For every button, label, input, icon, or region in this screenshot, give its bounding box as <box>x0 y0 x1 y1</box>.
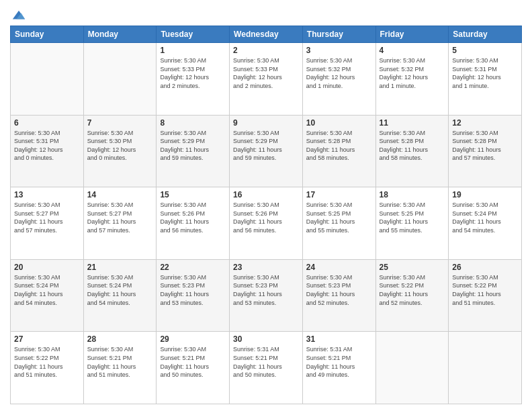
cell-text: Sunrise: 5:30 AM Sunset: 5:26 PM Dayligh… <box>233 201 299 234</box>
calendar-cell: 26Sunrise: 5:30 AM Sunset: 5:22 PM Dayli… <box>449 259 522 332</box>
calendar-cell: 12Sunrise: 5:30 AM Sunset: 5:28 PM Dayli… <box>449 115 522 187</box>
calendar-cell: 21Sunrise: 5:30 AM Sunset: 5:24 PM Dayli… <box>83 259 157 332</box>
calendar-cell: 23Sunrise: 5:30 AM Sunset: 5:23 PM Dayli… <box>230 259 303 332</box>
calendar-cell: 9Sunrise: 5:30 AM Sunset: 5:29 PM Daylig… <box>230 115 303 187</box>
calendar-cell: 28Sunrise: 5:30 AM Sunset: 5:21 PM Dayli… <box>83 332 157 404</box>
weekday-header: Tuesday <box>157 26 230 43</box>
day-number: 20 <box>14 263 80 272</box>
day-number: 16 <box>233 190 299 199</box>
day-number: 23 <box>233 263 299 272</box>
calendar-cell: 8Sunrise: 5:30 AM Sunset: 5:29 PM Daylig… <box>157 115 230 187</box>
cell-text: Sunrise: 5:30 AM Sunset: 5:28 PM Dayligh… <box>452 129 518 163</box>
weekday-header: Wednesday <box>230 26 303 43</box>
page: SundayMondayTuesdayWednesdayThursdayFrid… <box>0 0 532 411</box>
cell-text: Sunrise: 5:30 AM Sunset: 5:31 PM Dayligh… <box>14 129 80 163</box>
cell-text: Sunrise: 5:30 AM Sunset: 5:23 PM Dayligh… <box>306 273 372 307</box>
weekday-header: Saturday <box>449 26 522 43</box>
calendar-cell <box>11 43 84 116</box>
calendar-cell: 7Sunrise: 5:30 AM Sunset: 5:30 PM Daylig… <box>83 115 157 187</box>
cell-text: Sunrise: 5:31 AM Sunset: 5:21 PM Dayligh… <box>306 345 372 379</box>
cell-text: Sunrise: 5:30 AM Sunset: 5:28 PM Dayligh… <box>380 129 445 163</box>
cell-text: Sunrise: 5:30 AM Sunset: 5:33 PM Dayligh… <box>160 56 226 90</box>
cell-text: Sunrise: 5:30 AM Sunset: 5:21 PM Dayligh… <box>87 345 153 379</box>
calendar-week-row: 6Sunrise: 5:30 AM Sunset: 5:31 PM Daylig… <box>11 115 522 187</box>
day-number: 22 <box>160 263 226 272</box>
calendar-cell: 16Sunrise: 5:30 AM Sunset: 5:26 PM Dayli… <box>230 187 303 260</box>
calendar-cell: 15Sunrise: 5:30 AM Sunset: 5:26 PM Dayli… <box>157 187 230 260</box>
logo <box>10 9 26 20</box>
calendar-week-row: 13Sunrise: 5:30 AM Sunset: 5:27 PM Dayli… <box>11 187 522 260</box>
weekday-header: Thursday <box>302 26 375 43</box>
day-number: 13 <box>14 190 80 199</box>
cell-text: Sunrise: 5:30 AM Sunset: 5:24 PM Dayligh… <box>87 273 153 307</box>
cell-text: Sunrise: 5:30 AM Sunset: 5:28 PM Dayligh… <box>306 129 372 163</box>
day-number: 6 <box>14 118 80 128</box>
calendar-cell <box>375 332 449 404</box>
calendar-week-row: 1Sunrise: 5:30 AM Sunset: 5:33 PM Daylig… <box>11 43 522 116</box>
day-number: 15 <box>160 190 226 199</box>
calendar-cell: 30Sunrise: 5:31 AM Sunset: 5:21 PM Dayli… <box>230 332 303 404</box>
day-number: 2 <box>233 46 299 55</box>
calendar-cell: 31Sunrise: 5:31 AM Sunset: 5:21 PM Dayli… <box>302 332 375 404</box>
day-number: 11 <box>380 118 445 128</box>
calendar-cell: 20Sunrise: 5:30 AM Sunset: 5:24 PM Dayli… <box>11 259 84 332</box>
cell-text: Sunrise: 5:30 AM Sunset: 5:30 PM Dayligh… <box>87 129 153 163</box>
cell-text: Sunrise: 5:30 AM Sunset: 5:25 PM Dayligh… <box>306 201 372 234</box>
cell-text: Sunrise: 5:30 AM Sunset: 5:32 PM Dayligh… <box>380 56 445 90</box>
calendar-cell: 24Sunrise: 5:30 AM Sunset: 5:23 PM Dayli… <box>302 259 375 332</box>
calendar-cell: 14Sunrise: 5:30 AM Sunset: 5:27 PM Dayli… <box>83 187 157 260</box>
day-number: 29 <box>160 334 226 344</box>
calendar-header-row: SundayMondayTuesdayWednesdayThursdayFrid… <box>11 26 522 43</box>
cell-text: Sunrise: 5:30 AM Sunset: 5:22 PM Dayligh… <box>14 345 80 379</box>
header <box>10 7 522 20</box>
day-number: 8 <box>160 118 226 128</box>
day-number: 3 <box>306 46 372 55</box>
calendar-cell: 4Sunrise: 5:30 AM Sunset: 5:32 PM Daylig… <box>375 43 449 116</box>
day-number: 26 <box>452 263 518 272</box>
cell-text: Sunrise: 5:30 AM Sunset: 5:27 PM Dayligh… <box>14 201 80 234</box>
calendar-cell: 2Sunrise: 5:30 AM Sunset: 5:33 PM Daylig… <box>230 43 303 116</box>
calendar-week-row: 27Sunrise: 5:30 AM Sunset: 5:22 PM Dayli… <box>11 332 522 404</box>
day-number: 28 <box>87 334 153 344</box>
calendar-cell: 27Sunrise: 5:30 AM Sunset: 5:22 PM Dayli… <box>11 332 84 404</box>
weekday-header: Monday <box>83 26 157 43</box>
cell-text: Sunrise: 5:30 AM Sunset: 5:25 PM Dayligh… <box>380 201 445 234</box>
cell-text: Sunrise: 5:31 AM Sunset: 5:21 PM Dayligh… <box>233 345 299 379</box>
calendar: SundayMondayTuesdayWednesdayThursdayFrid… <box>10 26 522 404</box>
cell-text: Sunrise: 5:30 AM Sunset: 5:29 PM Dayligh… <box>233 129 299 163</box>
calendar-cell: 10Sunrise: 5:30 AM Sunset: 5:28 PM Dayli… <box>302 115 375 187</box>
logo-icon <box>11 8 26 23</box>
day-number: 9 <box>233 118 299 128</box>
weekday-header: Friday <box>375 26 449 43</box>
cell-text: Sunrise: 5:30 AM Sunset: 5:24 PM Dayligh… <box>452 201 518 234</box>
cell-text: Sunrise: 5:30 AM Sunset: 5:29 PM Dayligh… <box>160 129 226 163</box>
calendar-cell: 18Sunrise: 5:30 AM Sunset: 5:25 PM Dayli… <box>375 187 449 260</box>
calendar-cell: 1Sunrise: 5:30 AM Sunset: 5:33 PM Daylig… <box>157 43 230 116</box>
calendar-cell: 19Sunrise: 5:30 AM Sunset: 5:24 PM Dayli… <box>449 187 522 260</box>
day-number: 4 <box>380 46 445 55</box>
cell-text: Sunrise: 5:30 AM Sunset: 5:26 PM Dayligh… <box>160 201 226 234</box>
calendar-cell: 25Sunrise: 5:30 AM Sunset: 5:22 PM Dayli… <box>375 259 449 332</box>
day-number: 10 <box>306 118 372 128</box>
cell-text: Sunrise: 5:30 AM Sunset: 5:33 PM Dayligh… <box>233 56 299 90</box>
calendar-cell: 29Sunrise: 5:30 AM Sunset: 5:21 PM Dayli… <box>157 332 230 404</box>
day-number: 24 <box>306 263 372 272</box>
day-number: 27 <box>14 334 80 344</box>
cell-text: Sunrise: 5:30 AM Sunset: 5:32 PM Dayligh… <box>306 56 372 90</box>
calendar-cell: 6Sunrise: 5:30 AM Sunset: 5:31 PM Daylig… <box>11 115 84 187</box>
day-number: 17 <box>306 190 372 199</box>
cell-text: Sunrise: 5:30 AM Sunset: 5:31 PM Dayligh… <box>452 56 518 90</box>
calendar-cell: 17Sunrise: 5:30 AM Sunset: 5:25 PM Dayli… <box>302 187 375 260</box>
day-number: 5 <box>452 46 518 55</box>
calendar-week-row: 20Sunrise: 5:30 AM Sunset: 5:24 PM Dayli… <box>11 259 522 332</box>
day-number: 21 <box>87 263 153 272</box>
cell-text: Sunrise: 5:30 AM Sunset: 5:24 PM Dayligh… <box>14 273 80 307</box>
day-number: 18 <box>380 190 445 199</box>
calendar-cell: 22Sunrise: 5:30 AM Sunset: 5:23 PM Dayli… <box>157 259 230 332</box>
calendar-cell: 13Sunrise: 5:30 AM Sunset: 5:27 PM Dayli… <box>11 187 84 260</box>
cell-text: Sunrise: 5:30 AM Sunset: 5:23 PM Dayligh… <box>160 273 226 307</box>
day-number: 19 <box>452 190 518 199</box>
cell-text: Sunrise: 5:30 AM Sunset: 5:22 PM Dayligh… <box>452 273 518 307</box>
cell-text: Sunrise: 5:30 AM Sunset: 5:21 PM Dayligh… <box>160 345 226 379</box>
day-number: 1 <box>160 46 226 55</box>
